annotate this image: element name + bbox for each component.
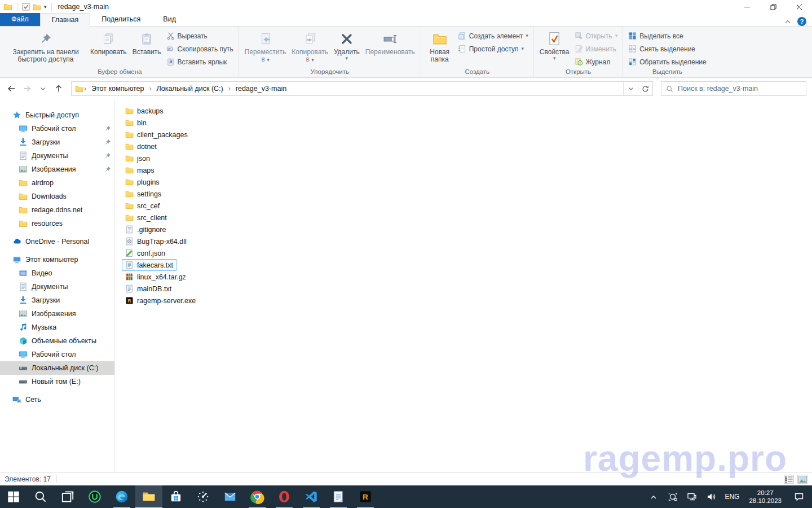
new-folder-button[interactable]: Новая папка [424,28,456,63]
file-item-ragemp-server-exe[interactable]: ragemp-server.exe [122,295,199,306]
sidebar-item-onedrive-personal[interactable]: OneDrive - Personal [0,235,114,248]
tab-file[interactable]: Файл [0,13,40,26]
paste-shortcut-button[interactable]: Вставить ярлык [164,56,236,68]
qat-properties-button[interactable] [22,3,30,11]
help-icon[interactable]: ? [797,17,806,26]
file-item-bin[interactable]: bin [122,117,150,129]
cut-button[interactable]: Вырезать [164,30,236,42]
sidebar-item-новый-том-e[interactable]: Новый том (E:) [0,375,114,388]
new-item-button[interactable]: Создать элемент ▾ [456,30,531,42]
move-to-button[interactable]: Переместить в ▾ [242,28,289,63]
sidebar-item-изображения[interactable]: Изображения [0,163,114,176]
copy-button[interactable]: Копировать [87,28,130,56]
sidebar-item-быстрый-доступ[interactable]: Быстрый доступ [0,108,114,122]
qat-customize-caret[interactable]: ▾ [44,5,47,10]
sidebar-item-сеть[interactable]: Сеть [0,393,114,406]
collapse-ribbon-icon[interactable] [785,20,791,24]
sidebar-item-redage-ddns-net[interactable]: redage.ddns.net [0,203,114,217]
back-button[interactable] [5,82,18,95]
file-item-conf-json[interactable]: conf.json [122,247,169,259]
taskbar-store-button[interactable] [162,485,189,508]
sidebar-item-видео[interactable]: Видео [0,266,114,280]
minimize-button[interactable] [734,0,760,14]
tab-view[interactable]: Вид [152,13,187,26]
keyboard-language[interactable]: ENG [722,493,742,501]
file-item-maps[interactable]: maps [122,164,158,176]
sidebar-item-downloads[interactable]: Downloads [0,190,114,203]
copy-path-button[interactable]: W... Скопировать путь [164,43,236,55]
taskbar-explorer-button[interactable] [135,485,162,508]
network-tray-icon[interactable] [683,485,700,508]
delete-button[interactable]: Удалить ▾ [331,28,363,61]
sidebar-item-рабочий-стол[interactable]: Рабочий стол [0,122,114,135]
sidebar-item-рабочий-стол[interactable]: Рабочий стол [0,348,114,361]
breadcrumb-this-pc[interactable]: Этот компьютер [88,85,147,93]
invert-selection-button[interactable]: Обратить выделение [626,56,709,68]
clock[interactable]: 20:27 28.10.2023 [744,489,786,505]
up-button[interactable] [52,82,65,95]
sidebar-item-документы[interactable]: Документы [0,280,114,294]
file-item-src-cef[interactable]: src_cef [122,200,163,212]
breadcrumb-local-disk-c[interactable]: Локальный диск (C:) [153,85,226,93]
taskbar-opera-button[interactable] [271,485,298,508]
sidebar-item-музыка[interactable]: Музыка [0,321,114,334]
recent-locations-caret[interactable] [36,82,50,95]
file-item-settings[interactable]: settings [122,188,165,200]
taskbar-vscode-button[interactable] [298,485,325,508]
taskbar-notepad-button[interactable] [325,485,352,508]
file-item-bugtrap-x64-dll[interactable]: BugTrap-x64.dll [122,235,190,247]
sidebar-item-объемные-объекты[interactable]: Объемные объекты [0,334,114,348]
tab-home[interactable]: Главная [40,13,91,27]
action-center-icon[interactable] [788,485,810,508]
file-item-gitignore[interactable]: .gitignore [122,224,169,235]
sidebar-item-загрузки[interactable]: Загрузки [0,135,114,149]
taskbar-start-button[interactable] [0,485,27,508]
select-all-button[interactable]: Выделить все [626,30,709,42]
paste-button[interactable]: Вставить [130,28,164,56]
file-item-json[interactable]: json [122,152,153,164]
select-none-button[interactable]: Снять выделение [626,43,709,55]
sidebar-item-resources[interactable]: resources [0,217,114,230]
sidebar-item-этот-компьютер[interactable]: Этот компьютер [0,253,114,266]
qat-new-folder-button[interactable] [33,3,41,11]
easy-access-button[interactable]: Простой доступ ▾ [456,43,531,55]
sidebar-item-airdrop[interactable]: airdrop [0,176,114,190]
file-item-linux-x64-tar-gz[interactable]: linux_x64.tar.gz [122,271,189,283]
file-item-dotnet[interactable]: dotnet [122,141,160,152]
history-button[interactable]: Журнал [572,56,620,68]
copy-to-button[interactable]: Копировать в ▾ [289,28,331,63]
rename-button[interactable]: Переименовать [363,28,418,56]
details-view-icon[interactable] [784,475,794,484]
taskbar-task-view-button[interactable] [54,485,81,508]
tab-share[interactable]: Поделиться [90,13,152,26]
file-item-plugins[interactable]: plugins [122,176,163,188]
sidebar-item-локальный-диск-c[interactable]: Локальный диск (C:) [0,361,114,375]
restore-button[interactable] [760,0,786,14]
file-item-backups[interactable]: backups [122,105,167,117]
taskbar-chrome-button[interactable] [244,485,271,508]
breadcrumb-current-folder[interactable]: redage_v3-main [232,85,290,93]
taskbar-ragemp-button[interactable] [352,485,379,508]
search-input[interactable] [678,85,801,93]
file-item-maindb-txt[interactable]: mainDB.txt [122,283,175,295]
taskbar-edge-button[interactable] [108,485,135,508]
search-box[interactable] [661,81,806,96]
sidebar-item-загрузки[interactable]: Загрузки [0,294,114,307]
breadcrumb[interactable]: › Этот компьютер › Локальный диск (C:) ›… [71,81,653,96]
taskbar-mail-button[interactable] [217,485,244,508]
sidebar-item-документы[interactable]: Документы [0,149,114,163]
taskbar-iobit-uninstaller-button[interactable] [81,485,108,508]
close-button[interactable] [786,0,812,14]
taskbar-system-care-button[interactable] [189,485,217,508]
thumbnail-view-icon[interactable] [797,475,807,484]
file-item-client-packages[interactable]: client_packages [122,129,191,141]
file-item-fakecars-txt[interactable]: fakecars.txt [122,259,176,271]
screen-snip-tray-icon[interactable] [664,485,681,508]
properties-button[interactable]: Свойства ▾ [537,28,572,61]
address-dropdown-caret[interactable] [623,82,638,95]
volume-tray-icon[interactable] [703,485,720,508]
taskbar-search-button[interactable] [27,485,54,508]
hidden-icons-chevron[interactable] [645,485,662,508]
sidebar-item-изображения[interactable]: Изображения [0,307,114,321]
refresh-icon[interactable] [638,82,652,95]
